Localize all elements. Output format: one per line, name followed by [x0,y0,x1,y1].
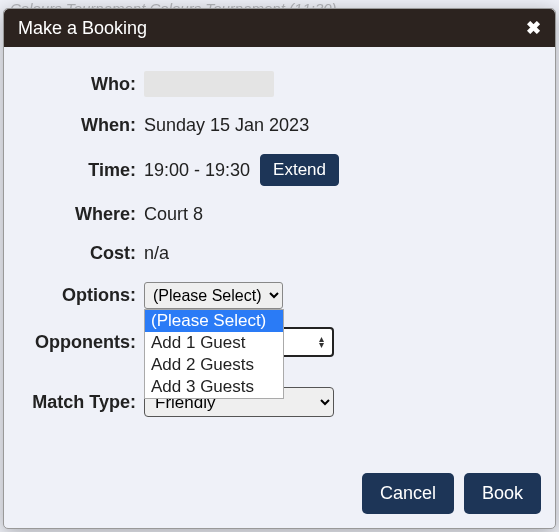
time-label: Time: [14,160,144,181]
options-select[interactable]: (Please Select) [144,282,283,309]
who-value-placeholder [144,71,274,97]
cancel-button[interactable]: Cancel [362,473,454,514]
when-label: When: [14,115,144,136]
row-where: Where: Court 8 [14,204,525,225]
row-options: Options: (Please Select) (Please Select)… [14,282,525,309]
extend-button[interactable]: Extend [260,154,339,186]
row-cost: Cost: n/a [14,243,525,264]
option-add-1-guest[interactable]: Add 1 Guest [145,332,283,354]
modal-title: Make a Booking [18,18,147,39]
cost-value: n/a [144,243,525,264]
where-label: Where: [14,204,144,225]
options-dropdown-list: (Please Select) Add 1 Guest Add 2 Guests… [144,309,284,399]
option-add-2-guests[interactable]: Add 2 Guests [145,354,283,376]
option-please-select[interactable]: (Please Select) [145,310,283,332]
close-icon[interactable]: ✖ [526,17,541,39]
row-time: Time: 19:00 - 19:30 Extend [14,154,525,186]
modal-body: Who: When: Sunday 15 Jan 2023 Time: 19:0… [4,47,555,459]
options-label: Options: [14,285,144,306]
option-add-3-guests[interactable]: Add 3 Guests [145,376,283,398]
booking-modal: Make a Booking ✖ Who: When: Sunday 15 Ja… [3,8,556,529]
book-button[interactable]: Book [464,473,541,514]
where-value: Court 8 [144,204,525,225]
row-who: Who: [14,71,525,97]
who-label: Who: [14,74,144,95]
opponents-label: Opponents: [14,332,144,353]
time-value: 19:00 - 19:30 [144,160,250,181]
modal-header: Make a Booking ✖ [4,9,555,47]
stepper-icon: ▴▾ [319,336,324,348]
when-value: Sunday 15 Jan 2023 [144,115,525,136]
modal-footer: Cancel Book [4,459,555,528]
row-when: When: Sunday 15 Jan 2023 [14,115,525,136]
cost-label: Cost: [14,243,144,264]
matchtype-label: Match Type: [14,392,144,413]
